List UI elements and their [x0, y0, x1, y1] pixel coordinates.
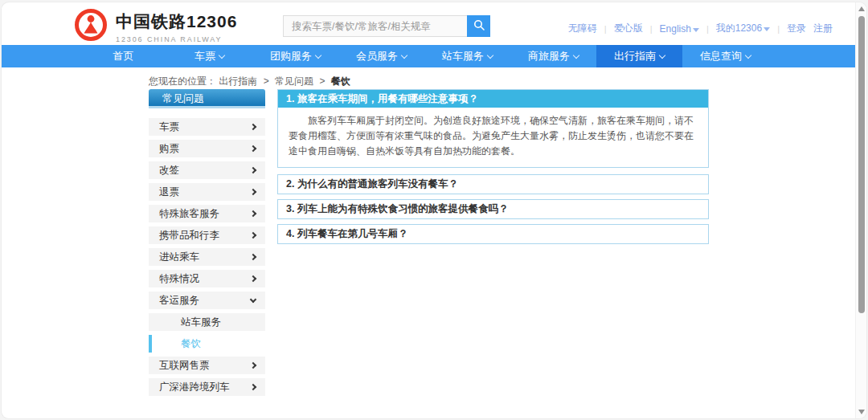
- main-nav: 首页 车票 团购服务 会员服务 站车服务 商旅服务 出行指南 信息查询: [2, 45, 866, 67]
- chevron-down-icon: [219, 52, 225, 59]
- page: 中国铁路12306 12306 CHINA RAILWAY 无障碍 | 爱心版 …: [0, 0, 868, 420]
- sidebar-item-luggage[interactable]: 携带品和行李: [149, 226, 265, 244]
- chevron-right-icon: [250, 254, 256, 260]
- nav-item-member-services[interactable]: 会员服务: [338, 45, 424, 67]
- sidebar-item-change[interactable]: 改签: [149, 161, 265, 179]
- scrollbar-down-arrow-icon[interactable]: [858, 410, 865, 414]
- nav-item-info-query[interactable]: 信息查询: [682, 45, 768, 67]
- breadcrumb-separator: >: [319, 75, 325, 87]
- nav-item-home[interactable]: 首页: [80, 45, 166, 67]
- sidebar-item-boarding[interactable]: 进站乘车: [149, 248, 265, 266]
- breadcrumb-prefix: 您现在的位置：: [149, 75, 216, 87]
- sidebar-item-refund[interactable]: 退票: [149, 183, 265, 201]
- logo-title: 中国铁路12306: [116, 10, 237, 33]
- faq-content: 1. 旅客在乘车期间，用餐有哪些注意事项？ 旅客列车车厢属于封闭空间。为创造良好…: [277, 89, 709, 249]
- chevron-right-icon: [250, 210, 256, 217]
- nav-item-tickets[interactable]: 车票: [166, 45, 252, 67]
- sidebar-subitem-dining[interactable]: 餐饮: [149, 335, 265, 353]
- chevron-right-icon: [250, 362, 256, 369]
- caret-down-icon: [693, 28, 699, 32]
- scrollbar-thumb[interactable]: [858, 16, 865, 313]
- china-railway-emblem-icon: [74, 8, 108, 45]
- nav-item-group-services[interactable]: 团购服务: [252, 45, 338, 67]
- faq-item-expanded: 1. 旅客在乘车期间，用餐有哪些注意事项？ 旅客列车车厢属于封闭空间。为创造良好…: [277, 89, 709, 168]
- link-accessibility[interactable]: 无障碍: [568, 22, 597, 35]
- chevron-down-icon: [401, 52, 407, 59]
- chevron-right-icon: [250, 275, 256, 282]
- breadcrumb-separator: >: [264, 75, 269, 87]
- chevron-right-icon: [250, 124, 256, 130]
- separator: |: [706, 24, 709, 34]
- faq-question-3[interactable]: 3. 列车上能为有特殊饮食习惯的旅客提供餐食吗？: [277, 199, 709, 219]
- chevron-down-icon: [487, 52, 493, 59]
- chevron-down-icon: [250, 296, 256, 302]
- breadcrumb-faq[interactable]: 常见问题: [275, 75, 313, 87]
- link-my-12306[interactable]: 我的12306: [716, 22, 770, 35]
- chevron-down-icon: [659, 52, 665, 59]
- breadcrumb-travel-guide[interactable]: 出行指南: [219, 75, 257, 87]
- faq-question-1[interactable]: 1. 旅客在乘车期间，用餐有哪些注意事项？: [278, 90, 708, 108]
- scrollbar[interactable]: [855, 2, 866, 418]
- sidebar-item-special-passenger[interactable]: 特殊旅客服务: [149, 205, 265, 222]
- separator: |: [777, 24, 780, 34]
- caret-down-icon: [764, 27, 770, 31]
- link-english[interactable]: English: [660, 23, 699, 35]
- chevron-right-icon: [250, 189, 256, 195]
- register-link[interactable]: 注册: [813, 22, 833, 35]
- chevron-right-icon: [250, 232, 256, 239]
- sidebar-item-buy-ticket[interactable]: 购票: [149, 140, 265, 157]
- nav-item-station-services[interactable]: 站车服务: [424, 45, 510, 67]
- chevron-down-icon: [745, 52, 751, 59]
- sidebar-item-passenger-services[interactable]: 客运服务: [149, 292, 265, 309]
- chevron-right-icon: [250, 384, 256, 390]
- sidebar-item-gz-sz-hk-trains[interactable]: 广深港跨境列车: [149, 378, 265, 396]
- sidebar-item-special-cases[interactable]: 特殊情况: [149, 270, 265, 287]
- search-icon: [473, 19, 485, 33]
- separator: |: [604, 24, 607, 34]
- site-logo[interactable]: 中国铁路12306 12306 CHINA RAILWAY: [74, 8, 237, 45]
- search-button[interactable]: [467, 15, 490, 37]
- chevron-right-icon: [250, 167, 256, 173]
- link-care-version[interactable]: 爱心版: [614, 22, 643, 35]
- faq-question-2[interactable]: 2. 为什么有的普通旅客列车没有餐车？: [277, 174, 709, 194]
- search-bar: [283, 15, 490, 37]
- chevron-right-icon: [250, 145, 256, 152]
- breadcrumb-current: 餐饮: [331, 75, 350, 87]
- browser-viewport: 中国铁路12306 12306 CHINA RAILWAY 无障碍 | 爱心版 …: [2, 2, 866, 418]
- chevron-down-icon: [573, 52, 579, 59]
- nav-item-travel-guide[interactable]: 出行指南: [596, 45, 682, 67]
- separator: |: [650, 24, 653, 34]
- sidebar-title: 常见问题: [149, 89, 265, 108]
- sidebar-list: 车票 购票 改签 退票 特殊旅客服务 携带品和行李 进站乘车: [149, 118, 265, 396]
- faq-question-4[interactable]: 4. 列车餐车在第几号车厢？: [277, 224, 709, 244]
- utility-links: 无障碍 | 爱心版 | English | 我的12306 | 登录 注册: [568, 22, 833, 35]
- sidebar-subitem-station-train-services[interactable]: 站车服务: [149, 313, 265, 331]
- sidebar-item-internet-ticketing[interactable]: 互联网售票: [149, 357, 265, 374]
- search-input[interactable]: [283, 15, 467, 37]
- sidebar-item-ticket[interactable]: 车票: [149, 118, 265, 136]
- chevron-down-icon: [315, 52, 321, 59]
- sidebar: 常见问题 车票 购票 改签 退票 特殊旅客服务 携带品和行李: [149, 89, 265, 400]
- breadcrumb: 您现在的位置： 出行指南 > 常见问题 > 餐饮: [149, 75, 350, 88]
- scrollbar-up-arrow-icon[interactable]: [858, 6, 865, 11]
- faq-answer-1: 旅客列车车厢属于封闭空间。为创造良好旅途环境，确保空气清新，旅客在乘车期间，请不…: [278, 108, 708, 167]
- logo-subtitle: 12306 CHINA RAILWAY: [116, 35, 237, 43]
- nav-item-business-travel[interactable]: 商旅服务: [510, 45, 596, 67]
- login-link[interactable]: 登录: [787, 22, 806, 35]
